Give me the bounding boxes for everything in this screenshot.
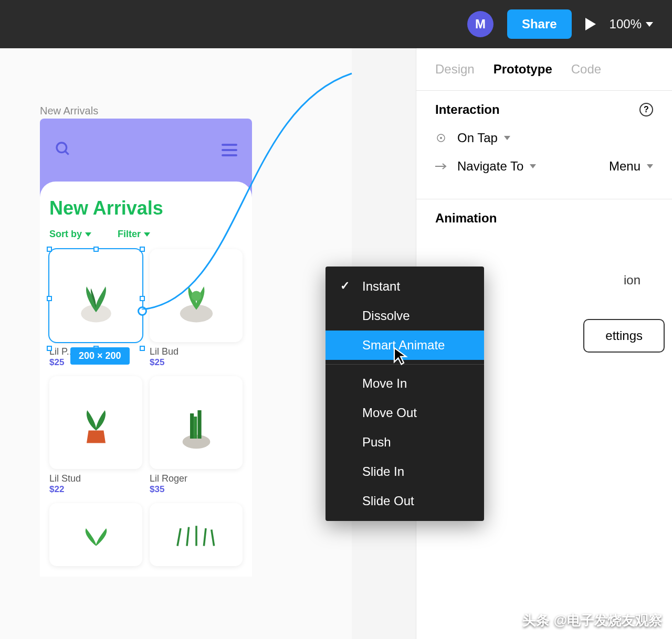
action-dropdown[interactable]: Navigate To <box>457 159 536 174</box>
action-row: Navigate To Menu <box>435 159 653 174</box>
dropdown-item[interactable]: Push <box>326 428 484 457</box>
arrow-right-icon <box>435 161 447 172</box>
product-card[interactable] <box>49 503 142 566</box>
topbar: M Share 100% <box>0 0 672 48</box>
product-thumbnail <box>150 503 243 566</box>
chevron-down-icon <box>530 164 536 168</box>
page-title: New Arrivals <box>49 197 243 219</box>
overflow-settings-button[interactable]: ettings <box>583 319 665 353</box>
sort-dropdown[interactable]: Sort by <box>49 229 91 240</box>
svg-rect-8 <box>194 417 197 439</box>
dropdown-item[interactable]: Slide In <box>326 457 484 486</box>
section-title: Interaction <box>435 102 500 117</box>
interaction-section: Interaction ? On Tap Navigate To Menu <box>416 90 672 199</box>
product-card[interactable]: Lil Roger $35 <box>150 376 243 495</box>
cursor-icon <box>393 346 408 367</box>
dropdown-item[interactable]: Move In <box>326 369 484 398</box>
dropdown-item[interactable]: Dissolve <box>326 301 484 331</box>
share-button[interactable]: Share <box>507 9 572 39</box>
product-card[interactable]: Lil P... $25 200 × 200 <box>49 249 142 368</box>
product-card[interactable] <box>150 503 243 566</box>
mobile-header <box>40 119 252 182</box>
chevron-down-icon <box>646 22 653 27</box>
svg-point-4 <box>191 291 201 301</box>
zoom-dropdown[interactable]: 100% <box>610 17 653 31</box>
overflow-label-partial: ion <box>624 273 640 287</box>
section-title: Animation <box>435 211 653 226</box>
product-thumbnail <box>49 503 142 566</box>
chevron-down-icon <box>85 232 91 237</box>
selection-size-badge: 200 × 200 <box>70 347 130 365</box>
target-dropdown[interactable]: Menu <box>609 159 653 174</box>
dropdown-item[interactable]: Move Out <box>326 398 484 428</box>
product-card[interactable]: Lil Stud $22 <box>49 376 142 495</box>
avatar[interactable]: M <box>467 11 494 37</box>
chevron-down-icon <box>144 232 150 237</box>
chevron-down-icon <box>647 164 653 168</box>
connector-node[interactable] <box>138 306 147 316</box>
target-icon <box>435 132 447 144</box>
product-name: Lil Roger <box>150 473 243 484</box>
product-name: Lil Stud <box>49 473 142 484</box>
svg-rect-7 <box>197 410 201 439</box>
svg-rect-6 <box>190 413 194 439</box>
svg-line-1 <box>65 151 69 155</box>
tab-prototype[interactable]: Prototype <box>494 62 552 77</box>
chevron-down-icon <box>504 136 510 140</box>
tab-design[interactable]: Design <box>435 62 475 77</box>
product-card[interactable]: Lil Bud $25 <box>150 249 243 368</box>
help-icon[interactable]: ? <box>639 103 653 116</box>
search-icon[interactable] <box>55 141 71 159</box>
svg-point-10 <box>440 137 442 139</box>
product-price: $22 <box>49 484 142 495</box>
animation-dropdown[interactable]: InstantDissolveSmart AnimateMove InMove … <box>326 267 484 521</box>
frame-label[interactable]: New Arrivals <box>40 105 98 117</box>
animation-section: Animation <box>416 199 672 237</box>
dropdown-item[interactable]: Instant <box>326 272 484 301</box>
tab-code[interactable]: Code <box>571 62 601 77</box>
mobile-frame[interactable]: New Arrivals Sort by Filter Lil P... $25… <box>40 119 252 577</box>
product-name: Lil Bud <box>150 346 243 357</box>
product-thumbnail <box>150 376 243 469</box>
product-grid: Lil P... $25 200 × 200 Lil Bud $25 Lil S… <box>49 249 243 566</box>
filter-dropdown[interactable]: Filter <box>118 229 150 240</box>
product-price: $25 <box>150 357 243 368</box>
play-icon[interactable] <box>585 18 596 30</box>
product-thumbnail <box>49 376 142 469</box>
zoom-value: 100% <box>610 17 642 31</box>
svg-point-0 <box>57 143 67 153</box>
list-controls: Sort by Filter <box>49 229 243 240</box>
panel-tabs: Design Prototype Code <box>416 48 672 90</box>
watermark: 头条 @电子发烧友观察 <box>522 611 663 630</box>
canvas[interactable]: New Arrivals New Arrivals Sort by Filter <box>0 48 352 639</box>
hamburger-icon[interactable] <box>222 144 237 156</box>
product-price: $35 <box>150 484 243 495</box>
mobile-sheet: New Arrivals Sort by Filter Lil P... $25… <box>40 182 252 577</box>
dropdown-item[interactable]: Slide Out <box>326 486 484 516</box>
product-thumbnail <box>150 249 243 342</box>
trigger-row[interactable]: On Tap <box>435 131 653 145</box>
product-thumbnail <box>49 249 142 342</box>
